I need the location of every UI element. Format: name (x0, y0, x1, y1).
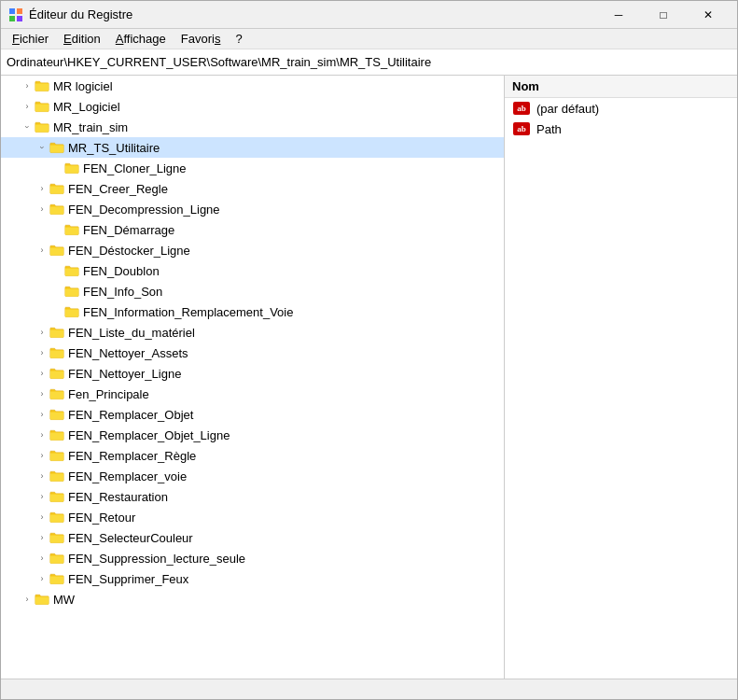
tree-label: FEN_Remplacer_voie (68, 469, 187, 483)
main-content: › MR logiciel › (1, 76, 737, 679)
tree-label: FEN_Restauration (68, 490, 168, 504)
tree-item-fen-doublon[interactable]: › FEN_Doublon (1, 260, 504, 281)
tree-panel[interactable]: › MR logiciel › (1, 76, 505, 679)
tree-label: FEN_Information_Remplacement_Voie (83, 305, 293, 319)
tree-item-fen-suppression[interactable]: › FEN_Suppression_lecture_seule (1, 548, 504, 568)
tree-label: FEN_Déstocker_Ligne (68, 244, 190, 258)
expand-icon-fen-selecteur[interactable]: › (35, 530, 49, 545)
entry-label-path: Path (536, 122, 562, 136)
expand-icon-fen-destocker[interactable]: › (35, 243, 49, 258)
tree-item-fen-principale[interactable]: › Fen_Principale (1, 384, 504, 404)
tree-label: FEN_Suppression_lecture_seule (68, 552, 245, 566)
expand-icon-fen-principale[interactable]: › (35, 386, 49, 401)
tree-label: FEN_Nettoyer_Ligne (68, 367, 181, 381)
expand-icon-fen-decompression[interactable]: › (35, 202, 49, 217)
folder-icon (49, 571, 64, 586)
expand-icon-mr-logiciel-2[interactable]: › (20, 99, 35, 114)
expand-icon-fen-retour[interactable]: › (35, 510, 49, 525)
right-entry-path[interactable]: ab Path (505, 119, 737, 139)
folder-icon-open (35, 119, 49, 134)
tree-item-fen-remplacer-objet[interactable]: › FEN_Remplacer_Objet (1, 404, 504, 425)
folder-icon (49, 243, 64, 258)
tree-item-fen-destocker[interactable]: › FEN_Déstocker_Ligne (1, 240, 504, 260)
folder-icon (49, 366, 64, 381)
tree-item-mw[interactable]: › MW (1, 589, 504, 609)
folder-icon (49, 325, 64, 340)
menu-help[interactable]: ? (228, 30, 249, 48)
expand-icon-fen-liste[interactable]: › (35, 325, 49, 340)
title-bar: Éditeur du Registre ─ □ ✕ (1, 1, 737, 29)
tree-item-fen-remplacer-regle[interactable]: › FEN_Remplacer_Règle (1, 445, 504, 466)
minimize-button[interactable]: ─ (597, 1, 640, 29)
folder-icon (35, 99, 49, 114)
tree-label: FEN_Doublon (83, 264, 160, 278)
tree-item-fen-liste[interactable]: › FEN_Liste_du_matériel (1, 322, 504, 343)
folder-icon (64, 161, 79, 175)
folder-icon (64, 284, 79, 299)
tree-label: MR_train_sim (53, 120, 128, 134)
tree-item-fen-remplacer-objet-ligne[interactable]: › FEN_Remplacer_Objet_Ligne (1, 425, 504, 445)
tree-item-fen-retour[interactable]: › FEN_Retour (1, 507, 504, 527)
tree-label: Fen_Principale (68, 387, 149, 401)
tree-item-mr-logiciel-2[interactable]: › MR_Logiciel (1, 96, 504, 117)
folder-icon (49, 181, 64, 196)
expand-icon-fen-suppression[interactable]: › (35, 551, 49, 566)
tree-item-fen-cloner[interactable]: › FEN_Cloner_Ligne (1, 158, 504, 178)
expand-icon-fen-remplacer-regle[interactable]: › (35, 448, 49, 463)
menu-bar: Fichier Edition Affichage Favoris ? (1, 29, 737, 49)
expand-icon-fen-supprimer[interactable]: › (35, 571, 49, 586)
tree-item-fen-nettoyer-assets[interactable]: › FEN_Nettoyer_Assets (1, 343, 504, 363)
address-path: Ordinateur\HKEY_CURRENT_USER\Software\MR… (7, 55, 431, 69)
tree-item-fen-creer[interactable]: › FEN_Creer_Regle (1, 178, 504, 199)
tree-item-fen-supprimer[interactable]: › FEN_Supprimer_Feux (1, 568, 504, 589)
expand-spacer: › (49, 284, 64, 299)
svg-rect-0 (9, 8, 15, 14)
right-entry-default[interactable]: ab (par défaut) (505, 98, 737, 119)
folder-icon (35, 78, 49, 93)
expand-icon-fen-nettoyer-assets[interactable]: › (35, 345, 49, 360)
tree-item-mr-logiciel-1[interactable]: › MR logiciel (1, 76, 504, 96)
menu-affichage[interactable]: Affichage (108, 30, 174, 48)
ab-icon-path: ab (512, 121, 531, 136)
menu-favoris[interactable]: Favoris (174, 30, 229, 48)
expand-icon-fen-remplacer-objet-ligne[interactable]: › (35, 427, 49, 442)
tree-label: FEN_Remplacer_Règle (68, 449, 196, 463)
tree-item-mr-ts-utilitaire[interactable]: › MR_TS_Utilitaire (1, 137, 504, 158)
expand-icon-fen-creer[interactable]: › (35, 181, 49, 196)
right-panel: Nom ab (par défaut) ab (505, 76, 737, 679)
close-button[interactable]: ✕ (687, 1, 730, 29)
expand-icon-mr-ts-utilitaire[interactable]: › (35, 140, 49, 155)
expand-spacer: › (49, 263, 64, 278)
tree-label: MW (53, 593, 75, 607)
maximize-button[interactable]: □ (642, 1, 685, 29)
tree-label: FEN_Démarrage (83, 223, 174, 237)
tree-item-fen-information[interactable]: › FEN_Information_Remplacement_Voie (1, 301, 504, 322)
tree-label: FEN_Retour (68, 511, 135, 525)
folder-icon (49, 202, 64, 217)
tree-item-fen-restauration[interactable]: › FEN_Restauration (1, 486, 504, 507)
expand-icon-fen-remplacer-objet[interactable]: › (35, 407, 49, 422)
expand-icon-fen-restauration[interactable]: › (35, 489, 49, 504)
tree-label: MR_Logiciel (53, 100, 120, 114)
tree-item-fen-info-son[interactable]: › FEN_Info_Son (1, 281, 504, 301)
tree-item-fen-demarrage[interactable]: › FEN_Démarrage (1, 219, 504, 240)
tree-item-fen-decompression[interactable]: › FEN_Decompression_Ligne (1, 199, 504, 219)
expand-icon-mw[interactable]: › (20, 592, 35, 607)
menu-fichier[interactable]: Fichier (5, 30, 56, 48)
expand-icon-fen-nettoyer-ligne[interactable]: › (35, 366, 49, 381)
folder-icon (64, 263, 79, 278)
tree-label: FEN_Creer_Regle (68, 182, 168, 196)
expand-spacer: › (49, 161, 64, 175)
tree-item-mr-train-sim[interactable]: › MR_train_sim (1, 117, 504, 137)
expand-icon-mr-logiciel-1[interactable]: › (20, 78, 35, 93)
tree-item-fen-remplacer-voie[interactable]: › FEN_Remplacer_voie (1, 466, 504, 486)
expand-icon-fen-remplacer-voie[interactable]: › (35, 469, 49, 483)
tree-label: FEN_Decompression_Ligne (68, 203, 220, 217)
window-controls: ─ □ ✕ (597, 1, 730, 29)
tree-item-fen-selecteur[interactable]: › FEN_SelecteurCouleur (1, 527, 504, 548)
right-panel-header: Nom (505, 76, 737, 98)
menu-edition[interactable]: Edition (56, 30, 108, 48)
expand-spacer: › (49, 304, 64, 319)
expand-icon-mr-train-sim[interactable]: › (20, 119, 35, 134)
tree-item-fen-nettoyer-ligne[interactable]: › FEN_Nettoyer_Ligne (1, 363, 504, 384)
